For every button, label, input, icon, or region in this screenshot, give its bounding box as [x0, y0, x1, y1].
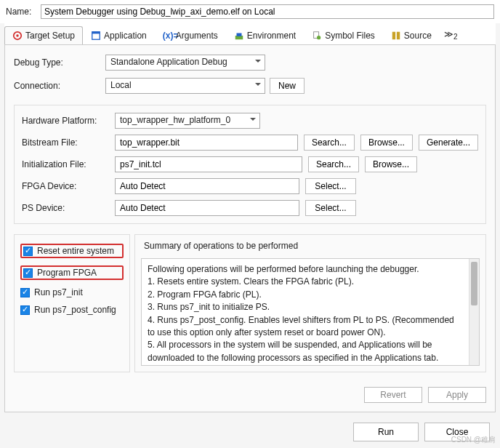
new-connection-button[interactable]: New	[270, 78, 305, 94]
hw-platform-value: top_wrapper_hw_platform_0	[120, 115, 230, 125]
svg-rect-9	[397, 32, 400, 40]
tab-symbol-files[interactable]: Symbol Files	[304, 26, 383, 44]
symbol-files-icon	[312, 31, 322, 41]
target-icon	[12, 31, 23, 41]
debug-type-value: Standalone Application Debug	[110, 57, 227, 67]
run-button[interactable]: Run	[353, 423, 419, 441]
init-search-button[interactable]: Search...	[308, 156, 359, 172]
tabs-overflow[interactable]: ≫2	[440, 28, 462, 42]
summary-line: 1. Resets entire system. Clears the FPGA…	[148, 276, 463, 288]
checkbox-label: Run ps7_post_config	[34, 305, 116, 315]
bitstream-input[interactable]	[115, 135, 298, 151]
name-input[interactable]	[41, 4, 494, 19]
bottom-area: Reset entire system Program FPGA Run ps7…	[14, 234, 486, 372]
summary-line: 3. Runs ps7_init to initialize PS.	[148, 301, 463, 313]
connection-label: Connection:	[14, 81, 101, 91]
tabs-overflow-count: 2	[453, 33, 458, 41]
checkbox-reset-system[interactable]: Reset entire system	[20, 244, 124, 258]
svg-rect-3	[92, 32, 100, 34]
tab-label: Target Setup	[25, 31, 75, 41]
tab-arguments[interactable]: (x)= Arguments	[155, 26, 226, 44]
tab-bar: Target Setup Application (x)= Arguments …	[4, 23, 496, 45]
window-icon	[91, 31, 101, 41]
target-setup-panel: Debug Type: Standalone Application Debug…	[4, 45, 496, 412]
init-browse-button[interactable]: Browse...	[365, 156, 417, 172]
summary-scrollbar[interactable]	[469, 259, 479, 365]
summary-line: Following operations will be performed b…	[148, 263, 463, 276]
summary-title: Summary of operations to be performed	[141, 241, 480, 254]
bitstream-browse-button[interactable]: Browse...	[360, 135, 413, 151]
init-file-label: Initialization File:	[22, 159, 109, 169]
fpga-select-button[interactable]: Select...	[305, 178, 356, 194]
checkbox-run-ps7-post-config[interactable]: Run ps7_post_config	[20, 305, 124, 315]
summary-line: 2. Program FPGA fabric (PL).	[148, 289, 463, 301]
tab-environment[interactable]: Environment	[226, 26, 304, 44]
init-file-input[interactable]	[115, 156, 302, 172]
environment-icon	[234, 31, 244, 41]
arguments-icon: (x)=	[163, 31, 173, 41]
bitstream-label: Bitstream File:	[22, 137, 109, 148]
tab-label: Arguments	[176, 31, 218, 41]
svg-point-1	[16, 34, 19, 37]
checkbox-icon	[23, 268, 33, 278]
checkbox-run-ps7-init[interactable]: Run ps7_init	[20, 287, 124, 297]
debug-type-label: Debug Type:	[14, 57, 101, 68]
hw-platform-label: Hardware Platform:	[22, 116, 109, 126]
svg-rect-8	[392, 32, 395, 40]
hardware-group: Hardware Platform: top_wrapper_hw_platfo…	[14, 105, 486, 224]
tab-application[interactable]: Application	[83, 26, 155, 44]
name-row: Name:	[0, 0, 500, 23]
source-icon	[391, 31, 401, 41]
checkbox-label: Program FPGA	[37, 268, 97, 278]
bitstream-generate-button[interactable]: Generate...	[419, 135, 478, 151]
summary-column: Summary of operations to be performed Fo…	[134, 234, 486, 372]
name-label: Name:	[6, 7, 36, 17]
debug-type-select[interactable]: Standalone Application Debug	[105, 55, 265, 71]
checkbox-program-fpga[interactable]: Program FPGA	[20, 265, 124, 280]
ps-device-label: PS Device:	[22, 203, 109, 213]
summary-line: 4. Runs ps7_post_config. Enables level s…	[148, 314, 463, 340]
ps-select-button[interactable]: Select...	[305, 200, 356, 216]
fpga-device-input[interactable]	[115, 178, 299, 194]
bitstream-search-button[interactable]: Search...	[304, 135, 355, 151]
apply-button[interactable]: Apply	[428, 387, 486, 403]
checkbox-icon	[23, 247, 33, 256]
checkbox-icon	[20, 305, 30, 315]
summary-text: Following operations will be performed b…	[142, 259, 469, 365]
connection-value: Local	[110, 80, 132, 90]
tab-source[interactable]: Source	[383, 26, 440, 44]
tab-label: Environment	[247, 31, 296, 41]
tab-label: Source	[404, 31, 432, 41]
connection-select[interactable]: Local	[105, 78, 265, 94]
options-column: Reset entire system Program FPGA Run ps7…	[14, 234, 130, 372]
scroll-thumb[interactable]	[471, 262, 477, 305]
svg-rect-5	[236, 33, 241, 36]
summary-line: 5. All processors in the system will be …	[148, 339, 463, 364]
panel-buttons: Revert Apply	[14, 383, 486, 403]
checkbox-label: Reset entire system	[37, 246, 114, 256]
tab-target-setup[interactable]: Target Setup	[4, 26, 83, 44]
summary-box: Following operations will be performed b…	[141, 258, 480, 366]
tab-label: Application	[104, 31, 147, 41]
footer-buttons: Run Close	[0, 412, 500, 441]
ps-device-input[interactable]	[115, 200, 299, 216]
tab-label: Symbol Files	[325, 31, 375, 41]
svg-point-7	[317, 36, 320, 39]
fpga-device-label: FPGA Device:	[22, 181, 109, 191]
revert-button[interactable]: Revert	[364, 387, 422, 403]
watermark: CSDN @稚肩	[451, 435, 496, 445]
checkbox-label: Run ps7_init	[34, 287, 83, 297]
checkbox-icon	[20, 288, 30, 297]
hw-platform-select[interactable]: top_wrapper_hw_platform_0	[115, 113, 260, 129]
